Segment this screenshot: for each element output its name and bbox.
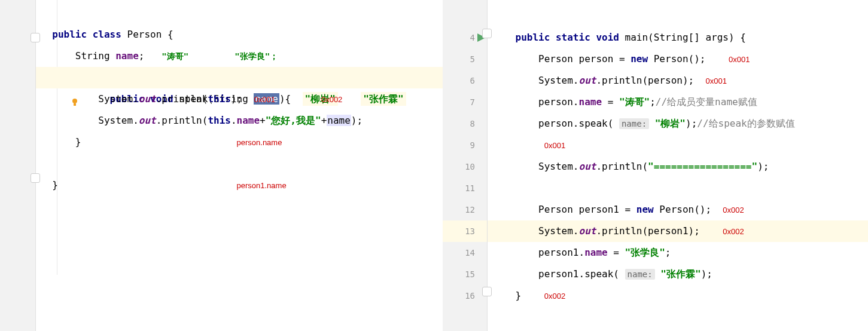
keyword-new: new <box>631 53 648 65</box>
left-editor-pane: public class Person { String name; "涛哥" … <box>0 0 443 331</box>
code-line[interactable]: String name; "涛哥" "张学良"； <box>36 45 443 67</box>
code-line[interactable] <box>488 177 868 199</box>
comment-2: //给speak的参数赋值 <box>697 118 794 129</box>
code-line[interactable]: } person.name <box>36 131 443 153</box>
code-line-highlighted[interactable]: public void speak(String name){ "柳岩" "张作… <box>36 67 443 88</box>
line-number-14: 14 <box>443 242 487 263</box>
keyword-void: void <box>596 32 619 43</box>
out-field: out <box>139 115 156 126</box>
keyword-this: this <box>208 115 231 126</box>
code-line[interactable]: System.out.println(person); 0x001 <box>488 70 868 91</box>
keyword-class: class <box>93 29 121 40</box>
line-number-4: 4 <box>443 27 487 48</box>
annotation-taoge: "涛哥" <box>162 51 188 61</box>
code-line[interactable] <box>36 153 443 174</box>
println-call: .println(person1); <box>596 225 699 237</box>
string-separator: "=================" <box>648 161 757 172</box>
line-number-15: 15 <box>443 263 487 285</box>
line-number-12: 12 <box>443 199 487 220</box>
code-line[interactable]: person.speak( name: "柳岩");//给speak的参数赋值 <box>488 113 868 134</box>
addr-annotation: 0x001 <box>729 55 750 64</box>
out-field: out <box>579 161 596 172</box>
code-line[interactable]: } person1.name <box>36 174 443 196</box>
dot: . <box>231 115 237 126</box>
close-brace: } <box>516 290 522 301</box>
param-hint: name: <box>619 118 649 129</box>
person-name-label: person.name <box>237 138 282 147</box>
code-line[interactable]: System.out.println(this); 0x001 0x002 <box>36 88 443 110</box>
type-string: String <box>75 50 110 62</box>
code-line[interactable]: public static void main(String[] args) { <box>488 27 868 48</box>
left-code-area[interactable]: public class Person { String name; "涛哥" … <box>36 0 443 331</box>
string-zhangzuolin: "张作霖" <box>660 268 701 280</box>
person1-decl: Person person1 = <box>538 204 636 215</box>
paren-semi: ); <box>231 93 242 105</box>
speak-call: person1.speak( <box>538 268 619 280</box>
line-number-11: 11 <box>443 177 487 199</box>
plus-op: + <box>260 115 266 126</box>
line-number-8: 8 <box>443 113 487 134</box>
code-line[interactable]: person1.speak( name: "张作霖"); <box>488 263 868 285</box>
keyword-this: this <box>208 93 231 105</box>
code-line[interactable]: person1.name = "张学良"; <box>488 242 868 263</box>
println-call: .println( <box>596 161 648 172</box>
addr-annotation: 0x002 <box>544 292 565 301</box>
field-name: name <box>584 247 608 258</box>
keyword-new: new <box>636 204 654 215</box>
out-field: out <box>579 75 596 86</box>
code-line[interactable]: Person person1 = new Person(); 0x002 <box>488 199 868 220</box>
system-text: System. <box>538 161 578 172</box>
paren-semi: ); <box>686 118 697 129</box>
annotation-zhangxueliang: "张学良"； <box>234 51 278 61</box>
out-field: out <box>139 93 156 105</box>
code-line[interactable]: Person person = new Person(); 0x001 <box>488 48 868 70</box>
speak-call: person.speak( <box>538 118 613 129</box>
line-number-6: 6 <box>443 70 487 91</box>
person1-name-label: person1.name <box>237 181 287 190</box>
addr-annotation: 0x002 <box>723 206 744 214</box>
main-method: main(String[] args) { <box>625 32 746 43</box>
line-number-10: 10 <box>443 156 487 177</box>
semi: ; <box>665 247 671 258</box>
string-taoge: "涛哥" <box>619 96 650 108</box>
code-line[interactable]: public class Person { <box>36 24 443 45</box>
field-name: name <box>237 115 260 126</box>
param-hint: name: <box>625 269 655 280</box>
class-name: Person { <box>127 29 173 40</box>
println-text: .println( <box>156 93 208 105</box>
semicolon: ; <box>139 50 145 62</box>
code-line-highlighted[interactable]: System.out.println(person1); 0x002 <box>488 220 868 242</box>
code-line[interactable]: System.out.println("================="); <box>488 156 868 177</box>
field-name: name <box>115 50 139 62</box>
comment-1: //给成员变量name赋值 <box>656 96 757 108</box>
system-text: System. <box>538 225 578 237</box>
paren-semi: ); <box>701 268 712 280</box>
semi: ; <box>650 96 656 108</box>
keyword-static: static <box>556 32 590 43</box>
person-decl: Person person = <box>538 53 631 65</box>
addr-annotation: 0x002 <box>321 95 342 104</box>
keyword-public: public <box>516 32 550 43</box>
person-ctor: Person(); <box>654 204 711 215</box>
paren-semi: ); <box>757 161 769 172</box>
eq: = <box>602 96 619 108</box>
code-line[interactable]: person.name = "涛哥";//给成员变量name赋值 <box>488 91 868 113</box>
code-line[interactable]: 0x001 <box>488 134 868 156</box>
addr-annotation: 0x001 <box>705 76 726 85</box>
system-text: System. <box>538 75 578 86</box>
keyword-public: public <box>52 29 87 40</box>
code-line[interactable]: } 0x002 <box>488 285 868 307</box>
line-number-7: 7 <box>443 91 487 113</box>
code-line[interactable]: System.out.println(this.name+"您好,我是"+nam… <box>36 110 443 131</box>
paren-semi: ); <box>351 115 363 126</box>
field-name: name <box>579 96 602 108</box>
line-number-9: 9 <box>443 134 487 156</box>
right-code-area[interactable]: public static void main(String[] args) {… <box>488 0 868 331</box>
system-text: System. <box>98 93 138 105</box>
addr-annotation: 0x001 <box>544 141 565 150</box>
addr-annotation: 0x002 <box>723 227 744 236</box>
string-literal: "您好,我是" <box>266 115 321 126</box>
line-number-5: 5 <box>443 48 487 70</box>
right-editor-pane: 4 5 6 7 8 9 10 11 12 13 14 15 16 public … <box>443 0 868 331</box>
plus-op: + <box>321 115 327 126</box>
